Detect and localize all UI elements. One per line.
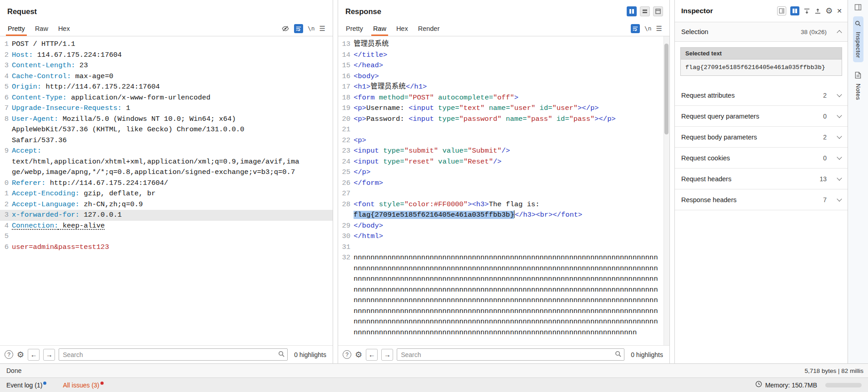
code-line[interactable]: 6user=admin&pass=test123 xyxy=(0,242,333,253)
code-line[interactable]: 7Upgrade-Insecure-Requests: 1 xyxy=(0,103,333,114)
layout-stacked-button[interactable] xyxy=(640,6,650,16)
section-count: 2 xyxy=(823,134,827,141)
code-text: <input type="reset" value="Reset"/> xyxy=(354,157,659,168)
next-match-button[interactable]: → xyxy=(381,349,393,361)
expand-all-icon[interactable] xyxy=(803,8,810,15)
prev-match-button[interactable]: ← xyxy=(366,349,378,361)
code-line[interactable]: 6Content-Type: application/x-www-form-ur… xyxy=(0,93,333,104)
code-segment: style= xyxy=(379,200,404,208)
code-text: Connection: keep-alive xyxy=(12,221,301,232)
code-line[interactable]: 21 xyxy=(338,124,669,135)
inspector-close-icon[interactable]: ✕ xyxy=(837,7,842,15)
line-number: 31 xyxy=(338,242,354,253)
code-line[interactable]: 17<h1>管理员系统</h1> xyxy=(338,82,669,93)
code-line[interactable]: 3Content-Length: 23 xyxy=(0,60,333,71)
code-line[interactable]: 18<form method="POST" autocomplete="off"… xyxy=(338,93,669,104)
response-scrollbar[interactable] xyxy=(663,36,669,345)
code-line[interactable]: 1POST / HTTP/1.1 xyxy=(0,39,333,50)
code-segment: name= xyxy=(506,115,527,123)
layout-columns-button[interactable] xyxy=(627,6,637,16)
code-line[interactable]: 13管理员系统 xyxy=(338,39,669,50)
response-editor[interactable]: 13管理员系统14</title>15</head>16<body>17<h1>… xyxy=(338,36,669,345)
code-line[interactable]: 22<p> xyxy=(338,135,669,146)
request-tab-raw[interactable]: Raw xyxy=(30,21,53,36)
code-line[interactable]: 4Connection: keep-alive xyxy=(0,221,333,232)
line-number: 28 xyxy=(338,199,354,221)
sidebar-tab-inspector[interactable]: Inspector xyxy=(853,16,863,62)
request-tab-pretty[interactable]: Pretty xyxy=(3,21,30,36)
code-line[interactable]: 26</form> xyxy=(338,178,669,189)
code-line[interactable]: 19<p>Username: <input type="text" name="… xyxy=(338,103,669,114)
editor-menu-icon[interactable]: ☰ xyxy=(319,25,325,33)
request-title: Request xyxy=(7,7,37,16)
show-newlines-icon[interactable]: \n xyxy=(308,25,315,32)
show-newlines-icon[interactable]: \n xyxy=(644,25,652,32)
code-line[interactable]: 32nnnnnnnnnnnnnnnnnnnnnnnnnnnnnnnnnnnnnn… xyxy=(338,253,669,338)
code-segment: "color:#FF0000" xyxy=(404,200,468,208)
code-line[interactable]: 1Accept-Encoding: gzip, deflate, br xyxy=(0,189,333,199)
section-request-attributes[interactable]: Request attributes 2 xyxy=(675,85,848,106)
response-tab-pretty[interactable]: Pretty xyxy=(341,21,368,36)
code-line[interactable]: 25</p> xyxy=(338,167,669,178)
code-line[interactable]: 28<font style="color:#FF0000"><h3>The fl… xyxy=(338,199,669,221)
resize-grip[interactable] xyxy=(825,383,862,387)
code-line[interactable]: 15</head> xyxy=(338,60,669,71)
code-line[interactable]: 29</body> xyxy=(338,221,669,232)
search-icon xyxy=(278,351,285,359)
help-icon[interactable]: ? xyxy=(343,350,351,359)
next-match-button[interactable]: → xyxy=(43,349,55,361)
code-segment: "Reset" xyxy=(464,158,493,166)
sidebar-tab-notes[interactable]: Notes xyxy=(853,68,863,104)
code-line[interactable]: 30</html> xyxy=(338,231,669,242)
section-response-headers[interactable]: Response headers 7 xyxy=(675,189,848,210)
request-search-input[interactable] xyxy=(59,348,288,361)
word-wrap-icon[interactable] xyxy=(294,24,303,33)
search-settings-icon[interactable]: ⚙ xyxy=(355,351,362,359)
event-log-button[interactable]: Event log (1) xyxy=(6,382,46,389)
request-editor[interactable]: 1POST / HTTP/1.12Host: 114.67.175.224:17… xyxy=(0,36,333,345)
code-line[interactable]: 9Accept: text/html,application/xhtml+xml… xyxy=(0,146,333,178)
editor-menu-icon[interactable]: ☰ xyxy=(656,25,662,33)
help-icon[interactable]: ? xyxy=(5,350,13,359)
word-wrap-icon[interactable] xyxy=(631,24,640,33)
inspector-pane-single-button[interactable] xyxy=(777,6,786,15)
search-settings-icon[interactable]: ⚙ xyxy=(17,351,24,359)
scrollbar-thumb[interactable] xyxy=(664,44,668,134)
layout-tabs-button[interactable] xyxy=(653,6,663,16)
code-line[interactable]: 24<input type="reset" value="Reset"/> xyxy=(338,157,669,168)
response-tab-render[interactable]: Render xyxy=(413,21,445,36)
prev-match-button[interactable]: ← xyxy=(28,349,40,361)
section-request-headers[interactable]: Request headers 13 xyxy=(675,169,848,189)
code-line[interactable]: 8User-Agent: Mozilla/5.0 (Windows NT 10.… xyxy=(0,114,333,146)
code-line[interactable]: 5Origin: http://114.67.175.224:17604 xyxy=(0,82,333,93)
code-line[interactable]: 16<body> xyxy=(338,71,669,82)
response-search-input[interactable] xyxy=(397,348,624,361)
code-line[interactable]: 5 xyxy=(0,231,333,242)
code-line[interactable]: 0Referer: http://114.67.175.224:17604/ xyxy=(0,178,333,189)
all-issues-button[interactable]: All issues (3) xyxy=(63,382,103,389)
response-tab-raw[interactable]: Raw xyxy=(368,21,391,36)
section-request-cookies[interactable]: Request cookies 0 xyxy=(675,148,848,169)
code-line[interactable]: 23<input type="submit" value="Submit"/> xyxy=(338,146,669,157)
selection-row[interactable]: Selection 38 (0x26) xyxy=(675,22,848,42)
inspector-settings-icon[interactable]: ⚙ xyxy=(825,7,833,15)
section-request-body-parameters[interactable]: Request body parameters 2 xyxy=(675,127,848,148)
request-tab-hex[interactable]: Hex xyxy=(53,21,75,36)
code-line[interactable]: 4Cache-Control: max-age=0 xyxy=(0,71,333,82)
code-line[interactable]: 14</title> xyxy=(338,50,669,61)
code-line[interactable]: 20<p>Password: <input type="password" na… xyxy=(338,114,669,125)
response-tab-hex[interactable]: Hex xyxy=(391,21,413,36)
code-line[interactable]: 31 xyxy=(338,242,669,253)
section-request-query-parameters[interactable]: Request query parameters 0 xyxy=(675,106,848,127)
collapse-all-icon[interactable] xyxy=(814,8,821,15)
collapse-panel-icon[interactable] xyxy=(854,4,862,13)
code-line[interactable]: 3x-forwarded-for: 127.0.0.1 xyxy=(0,210,333,221)
code-line[interactable]: 2Host: 114.67.175.224:17604 xyxy=(0,50,333,61)
code-segment: text/html,application/xhtml+xml,applicat… xyxy=(12,147,299,176)
code-segment: type= xyxy=(438,115,459,123)
footer-right: Memory: 150.7MB xyxy=(755,381,862,389)
inspector-pane-split-button[interactable] xyxy=(790,6,799,15)
code-line[interactable]: 2Accept-Language: zh-CN,zh;q=0.9 xyxy=(0,199,333,210)
hide-nonprintable-icon[interactable] xyxy=(281,25,289,32)
code-line[interactable]: 27 xyxy=(338,189,669,199)
